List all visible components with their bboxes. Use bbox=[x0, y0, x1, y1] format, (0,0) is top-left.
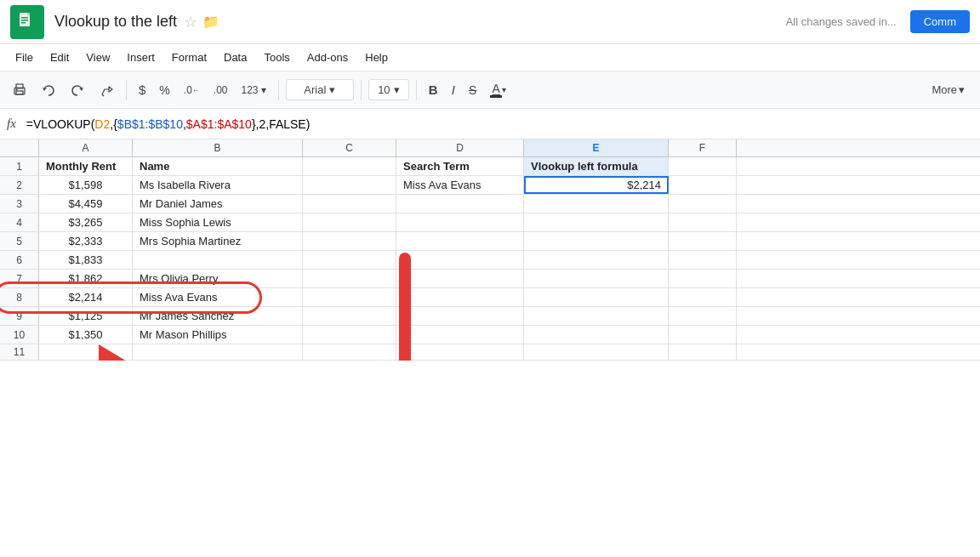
menu-file[interactable]: File bbox=[7, 48, 42, 67]
formula-content[interactable]: =VLOOKUP(D2,{$B$1:$B$10,$A$1:$A$10},2,FA… bbox=[26, 117, 311, 131]
col-header-f[interactable]: F bbox=[669, 139, 737, 156]
percent-button[interactable]: % bbox=[154, 80, 174, 100]
cell-a2[interactable]: $1,598 bbox=[39, 176, 133, 194]
cell-d10[interactable] bbox=[396, 326, 524, 344]
star-icon[interactable]: ☆ bbox=[184, 13, 197, 31]
cell-f3[interactable] bbox=[669, 195, 737, 213]
cell-e1[interactable]: Vlookup left formula bbox=[524, 157, 669, 175]
font-name-selector[interactable]: Arial ▾ bbox=[286, 79, 354, 100]
strikethrough-button[interactable]: S bbox=[464, 80, 481, 100]
print-button[interactable] bbox=[7, 79, 32, 101]
cell-e11[interactable] bbox=[524, 344, 669, 360]
cell-e9[interactable] bbox=[524, 307, 669, 325]
cell-d9[interactable] bbox=[396, 307, 524, 325]
cell-f7[interactable] bbox=[669, 270, 737, 287]
folder-icon[interactable]: 📁 bbox=[202, 14, 219, 30]
decimal-increase-button[interactable]: .00 bbox=[208, 81, 233, 99]
col-header-e[interactable]: E bbox=[524, 139, 669, 156]
menu-addons[interactable]: Add-ons bbox=[299, 48, 356, 67]
cell-d11[interactable] bbox=[396, 344, 524, 360]
doc-title[interactable]: Vlookup to the left bbox=[54, 13, 177, 31]
cell-d7[interactable] bbox=[396, 270, 524, 287]
font-color-button[interactable]: A ▾ bbox=[485, 78, 511, 101]
cell-b7[interactable]: Mrs Olivia Perry bbox=[133, 270, 303, 287]
col-header-b[interactable]: B bbox=[133, 139, 303, 156]
italic-button[interactable]: I bbox=[447, 79, 460, 100]
format-123-button[interactable]: 123 ▾ bbox=[236, 81, 271, 99]
cell-f1[interactable] bbox=[669, 157, 737, 175]
cell-b5[interactable]: Mrs Sophia Martinez bbox=[133, 232, 303, 250]
cell-e4[interactable] bbox=[524, 213, 669, 231]
decimal-decrease-button[interactable]: .0← bbox=[179, 81, 205, 99]
cell-b3[interactable]: Mr Daniel James bbox=[133, 195, 303, 213]
cell-d4[interactable] bbox=[396, 213, 524, 231]
cell-a8[interactable]: $2,214 bbox=[39, 288, 133, 306]
cell-b6[interactable] bbox=[133, 251, 303, 269]
cell-e10[interactable] bbox=[524, 326, 669, 344]
cell-e3[interactable] bbox=[524, 195, 669, 213]
cell-c10[interactable] bbox=[303, 326, 396, 344]
more-button[interactable]: More ▾ bbox=[923, 80, 973, 99]
cell-a11[interactable] bbox=[39, 344, 133, 360]
menu-tools[interactable]: Tools bbox=[255, 48, 298, 67]
cell-c11[interactable] bbox=[303, 344, 396, 360]
cell-b2[interactable]: Ms Isabella Rivera bbox=[133, 176, 303, 194]
cell-f6[interactable] bbox=[669, 251, 737, 269]
menu-view[interactable]: View bbox=[77, 48, 118, 67]
cell-c3[interactable] bbox=[303, 195, 396, 213]
cell-f11[interactable] bbox=[669, 344, 737, 360]
cell-c7[interactable] bbox=[303, 270, 396, 287]
cell-c2[interactable] bbox=[303, 176, 396, 194]
cell-c4[interactable] bbox=[303, 213, 396, 231]
undo-button[interactable] bbox=[36, 79, 61, 101]
cell-f4[interactable] bbox=[669, 213, 737, 231]
cell-b9[interactable]: Mr James Sanchez bbox=[133, 307, 303, 325]
cell-b1[interactable]: Name bbox=[133, 157, 303, 175]
cell-f5[interactable] bbox=[669, 232, 737, 250]
cell-e2[interactable]: $2,214 bbox=[524, 176, 669, 194]
bold-button[interactable]: B bbox=[424, 79, 443, 100]
menu-format[interactable]: Format bbox=[163, 48, 215, 67]
cell-e7[interactable] bbox=[524, 270, 669, 287]
cell-f10[interactable] bbox=[669, 326, 737, 344]
cell-d6[interactable] bbox=[396, 251, 524, 269]
cell-b11[interactable] bbox=[133, 344, 303, 360]
cell-c1[interactable] bbox=[303, 157, 396, 175]
redo-button[interactable] bbox=[65, 79, 90, 101]
cell-b8[interactable]: Miss Ava Evans bbox=[133, 288, 303, 306]
cell-f8[interactable] bbox=[669, 288, 737, 306]
menu-insert[interactable]: Insert bbox=[118, 48, 163, 67]
cell-d3[interactable] bbox=[396, 195, 524, 213]
cell-c6[interactable] bbox=[303, 251, 396, 269]
currency-button[interactable]: $ bbox=[134, 79, 151, 100]
cell-d2[interactable]: Miss Ava Evans bbox=[396, 176, 524, 194]
cell-a5[interactable]: $2,333 bbox=[39, 232, 133, 250]
cell-e6[interactable] bbox=[524, 251, 669, 269]
menu-edit[interactable]: Edit bbox=[42, 48, 77, 67]
cell-d5[interactable] bbox=[396, 232, 524, 250]
cell-c9[interactable] bbox=[303, 307, 396, 325]
paint-format-button[interactable] bbox=[94, 79, 119, 101]
font-size-selector[interactable]: 10 ▾ bbox=[368, 79, 409, 100]
comment-button[interactable]: Comm bbox=[910, 10, 970, 33]
menu-data[interactable]: Data bbox=[215, 48, 255, 67]
cell-f9[interactable] bbox=[669, 307, 737, 325]
cell-a6[interactable]: $1,833 bbox=[39, 251, 133, 269]
cell-a10[interactable]: $1,350 bbox=[39, 326, 133, 344]
cell-c8[interactable] bbox=[303, 288, 396, 306]
col-header-a[interactable]: A bbox=[39, 139, 133, 156]
col-header-d[interactable]: D bbox=[396, 139, 524, 156]
col-header-c[interactable]: C bbox=[303, 139, 396, 156]
cell-d8[interactable] bbox=[396, 288, 524, 306]
cell-c5[interactable] bbox=[303, 232, 396, 250]
cell-a9[interactable]: $1,125 bbox=[39, 307, 133, 325]
menu-help[interactable]: Help bbox=[356, 48, 396, 67]
cell-a7[interactable]: $1,862 bbox=[39, 270, 133, 287]
cell-b10[interactable]: Mr Mason Phillips bbox=[133, 326, 303, 344]
cell-a4[interactable]: $3,265 bbox=[39, 213, 133, 231]
cell-a1[interactable]: Monthly Rent bbox=[39, 157, 133, 175]
cell-e5[interactable] bbox=[524, 232, 669, 250]
cell-a3[interactable]: $4,459 bbox=[39, 195, 133, 213]
cell-f2[interactable] bbox=[669, 176, 737, 194]
cell-d1[interactable]: Search Term bbox=[396, 157, 524, 175]
